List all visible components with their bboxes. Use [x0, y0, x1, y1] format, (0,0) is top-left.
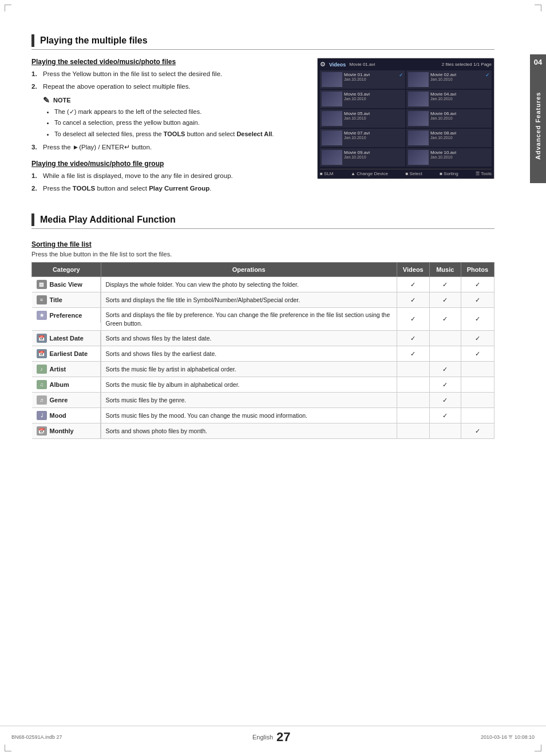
tv-screenshot: ⚙ Videos Movie 01.avi 2 files selected 1… — [317, 58, 494, 179]
section2-header: Media Play Additional Function — [31, 213, 494, 229]
sort-section: Sorting the file list Press the blue but… — [31, 240, 494, 439]
tv-thumb-1 — [322, 72, 342, 87]
tv-current-file: Movie 01.avi — [349, 62, 375, 67]
side-tab: Advanced Features — [530, 69, 546, 183]
step-1-2: 2. Repeat the above operation to select … — [31, 82, 306, 92]
cat-icon-1: ≡ — [37, 295, 47, 304]
ops-cell-1: Sorts and displays the file title in Sym… — [101, 292, 397, 308]
col-photos: Photos — [461, 263, 494, 277]
cat-cell-3: 📅Latest Date — [32, 331, 101, 346]
cat-name-0: Basic View — [50, 281, 82, 288]
tv-item-info-4: Movie 04.avi Jan.10.2010 — [430, 92, 456, 101]
cat-icon-3: 📅 — [37, 334, 47, 343]
section1-left: Playing the selected video/music/photo f… — [31, 58, 306, 196]
videos-cell-0: ✓ — [397, 277, 429, 292]
tv-check-1: ✓ — [399, 72, 403, 78]
subsection2-steps: 1. While a file list is displayed, move … — [31, 171, 306, 194]
music-cell-8: ✓ — [429, 408, 461, 423]
tv-thumb-6 — [408, 111, 429, 126]
tv-thumb-8 — [408, 130, 429, 145]
music-cell-9 — [429, 423, 461, 439]
table-row: ≡TitleSorts and displays the file title … — [32, 292, 494, 308]
tv-thumb-7 — [322, 130, 342, 145]
videos-cell-9 — [397, 423, 429, 439]
sort-table: Category Operations Videos Music Photos … — [31, 262, 494, 439]
tv-title-area: ⚙ Videos Movie 01.avi — [320, 61, 375, 68]
cat-cell-8: ♩Mood — [32, 408, 101, 423]
tv-item-6: Movie 06.avi Jan.10.2010 — [406, 109, 492, 128]
tv-item-1: Movie 01.avi Jan.10.2010 ✓ — [320, 70, 405, 89]
tv-info: 2 files selected 1/1 Page — [442, 62, 492, 67]
tv-thumb-2 — [408, 72, 429, 87]
sort-table-header: Category Operations Videos Music Photos — [32, 263, 494, 277]
section1-body: Playing the selected video/music/photo f… — [31, 58, 494, 196]
table-row: ★PreferenceSorts and displays the file b… — [32, 308, 494, 331]
note-label: NOTE — [53, 97, 71, 104]
cat-name-9: Monthly — [50, 428, 74, 434]
cat-name-5: Artist — [50, 366, 66, 373]
cat-name-7: Genre — [50, 397, 68, 403]
table-row: ♪ArtistSorts the music file by artist in… — [32, 362, 494, 377]
videos-cell-2: ✓ — [397, 308, 429, 331]
step-1-3: 3. Press the ►(Play) / ENTER↵ button. — [31, 143, 306, 152]
tv-check-2: ✓ — [485, 72, 490, 78]
page-footer: BN68-02591A.indb 27 English 27 2010-03-1… — [0, 726, 546, 745]
photos-cell-9: ✓ — [461, 423, 494, 439]
ops-cell-3: Sorts and shows files by the latest date… — [101, 331, 397, 346]
tv-item-info-2: Movie 02.avi Jan.10.2010 — [430, 72, 456, 81]
tv-item-info-10: Movie 10.avi Jan.10.2010 — [430, 150, 456, 159]
videos-cell-4: ✓ — [397, 346, 429, 362]
tv-item-10: Movie 10.avi Jan.10.2010 — [406, 148, 492, 167]
col-music: Music — [429, 263, 461, 277]
corner-bl — [5, 745, 11, 751]
cat-cell-5: ♪Artist — [32, 362, 101, 377]
section1-header: Playing the multiple files — [31, 34, 494, 50]
footer-left: BN68-02591A.indb 27 — [11, 734, 62, 740]
ops-cell-2: Sorts and displays the file by preferenc… — [101, 308, 397, 331]
note-box: ✎ NOTE The (✓) mark appears to the left … — [43, 96, 306, 140]
tv-footer: ■ SLM ▲ Change Device ■ Select ■ Sorting… — [320, 169, 492, 176]
cat-name-4: Earliest Date — [50, 350, 88, 357]
footer-right: 2010-03-16 ꕌ 10:08:10 — [481, 734, 535, 741]
cat-icon-5: ♪ — [37, 365, 47, 374]
tv-item-8: Movie 08.avi Jan.10.2010 — [406, 129, 492, 147]
corner-tl — [5, 5, 11, 11]
tv-item-info-9: Movie 09.avi Jan.10.2010 — [344, 150, 370, 159]
cat-cell-2: ★Preference — [32, 308, 101, 323]
corner-tr — [535, 5, 541, 11]
section1-title: Playing the multiple files — [40, 35, 148, 46]
table-row: 📅Latest DateSorts and shows files by the… — [32, 331, 494, 346]
cat-name-8: Mood — [50, 412, 66, 419]
tv-item-info-5: Movie 05.avi Jan.10.2010 — [344, 111, 370, 120]
note-icon: ✎ — [43, 96, 50, 105]
cat-cell-1: ≡Title — [32, 292, 101, 307]
table-row: ♬GenreSorts music files by the genre.✓ — [32, 393, 494, 408]
tv-grid: Movie 01.avi Jan.10.2010 ✓ Movie 02.avi … — [320, 70, 492, 167]
videos-cell-8 — [397, 408, 429, 423]
note-item-1: The (✓) mark appears to the left of the … — [54, 107, 306, 117]
page-number: 27 — [276, 730, 290, 745]
cat-icon-8: ♩ — [37, 411, 47, 420]
step-2-2: 2. Press the TOOLS button and select Pla… — [31, 184, 306, 193]
tv-item-4: Movie 04.avi Jan.10.2010 — [406, 90, 492, 108]
music-cell-3 — [429, 331, 461, 346]
tv-item-2: Movie 02.avi Jan.10.2010 ✓ — [406, 70, 492, 89]
videos-cell-6 — [397, 377, 429, 393]
cat-cell-0: ▤Basic View — [32, 277, 101, 292]
cat-icon-9: 📆 — [37, 426, 47, 436]
cat-name-1: Title — [50, 296, 62, 303]
language-label: English — [252, 734, 273, 741]
col-category: Category — [32, 263, 101, 277]
photos-cell-6 — [461, 377, 494, 393]
tv-thumb-9 — [322, 150, 342, 165]
subsection2-title: Playing the video/music/photo file group — [31, 160, 306, 168]
col-videos: Videos — [397, 263, 429, 277]
music-cell-4 — [429, 346, 461, 362]
section2-title: Media Play Additional Function — [40, 215, 176, 225]
photos-cell-8 — [461, 408, 494, 423]
tv-item-info-8: Movie 08.avi Jan.10.2010 — [430, 130, 456, 140]
tv-item-info-7: Movie 07.avi Jan.10.2010 — [344, 130, 370, 140]
tv-screenshot-area: ⚙ Videos Movie 01.avi 2 files selected 1… — [317, 58, 494, 196]
subsection1-step3: 3. Press the ►(Play) / ENTER↵ button. — [31, 143, 306, 152]
videos-cell-7 — [397, 393, 429, 408]
